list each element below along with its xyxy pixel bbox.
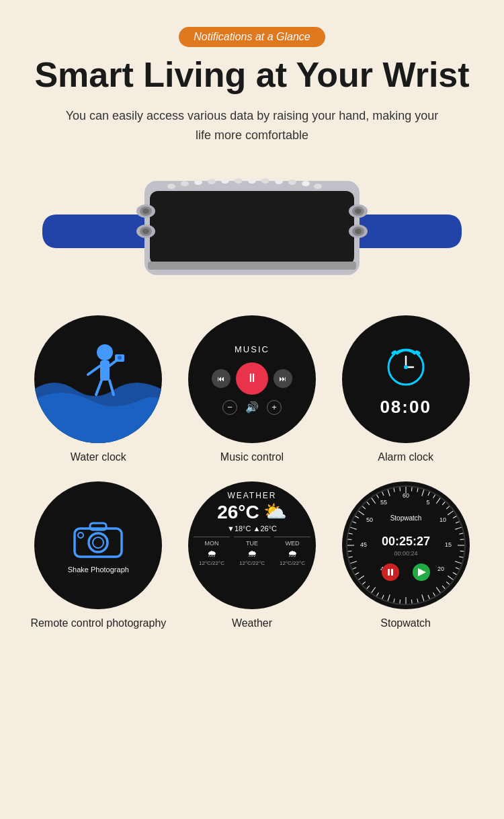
notification-badge: Notifications at a Glance (179, 27, 325, 47)
feature-item-camera: Shake Photograph Remote control photogra… (27, 481, 170, 631)
svg-point-8 (261, 178, 269, 184)
svg-point-9 (275, 179, 283, 184)
svg-rect-13 (150, 191, 354, 265)
mon-icon: 🌧 (207, 548, 216, 559)
subtitle: You can easily access various data by ra… (64, 106, 440, 145)
svg-rect-28 (100, 360, 110, 381)
svg-line-79 (400, 599, 401, 603)
svg-text:15: 15 (445, 541, 452, 548)
svg-point-10 (288, 180, 296, 185)
svg-point-19 (142, 229, 149, 234)
svg-point-44 (93, 537, 103, 548)
vol-minus-icon[interactable]: − (222, 400, 237, 415)
svg-point-1 (167, 184, 175, 189)
music-title-label: MUSIC (235, 344, 269, 354)
main-title: Smart Living at Your Wrist (13, 55, 491, 95)
svg-point-27 (97, 344, 113, 360)
svg-text:Stopwatch: Stopwatch (390, 514, 421, 522)
play-pause-button[interactable]: ⏸ (236, 362, 268, 395)
watch-container (13, 161, 491, 295)
svg-point-5 (221, 178, 229, 184)
feature-item-alarm: 08:00 Alarm clock (334, 315, 477, 465)
alarm-label: Alarm clock (378, 450, 433, 465)
feature-circle-stopwatch: 60 5 10 15 20 40 45 50 55 Stopwatch 00:2… (342, 481, 470, 609)
feature-item-stopwatch: 60 5 10 15 20 40 45 50 55 Stopwatch 00:2… (334, 481, 477, 631)
weather-day-wed: WED 🌧 12°C/22°C (274, 537, 310, 566)
volume-controls: − 🔊 + (222, 400, 282, 415)
svg-text:5: 5 (426, 499, 429, 506)
svg-point-4 (208, 179, 216, 184)
feature-item-music: MUSIC ⏮ ⏸ ⏭ − 🔊 + Music control (181, 315, 324, 465)
tue-icon: 🌧 (247, 548, 257, 559)
features-grid: Water clock MUSIC ⏮ ⏸ ⏭ − 🔊 + (13, 315, 491, 631)
svg-line-107 (400, 487, 401, 491)
svg-point-25 (355, 229, 362, 234)
svg-line-77 (411, 599, 412, 603)
weather-day-tue: TUE 🌧 12°C/22°C (234, 537, 270, 566)
alarm-inner: 08:00 (380, 342, 431, 418)
weather-title: WEATHER (227, 491, 276, 500)
next-button[interactable]: ⏭ (274, 369, 292, 388)
svg-line-94 (347, 539, 351, 540)
header-section: Notifications at a Glance Smart Living a… (13, 27, 491, 145)
music-label: Music control (220, 450, 284, 465)
svg-text:20: 20 (437, 566, 444, 572)
svg-point-3 (194, 180, 202, 185)
svg-line-49 (411, 487, 412, 491)
svg-text:00:00:24: 00:00:24 (394, 550, 417, 557)
svg-line-62 (460, 539, 464, 540)
svg-text:50: 50 (366, 516, 373, 523)
alarm-time: 08:00 (380, 397, 431, 418)
svg-line-29 (88, 366, 100, 375)
svg-text:60: 60 (403, 492, 409, 499)
svg-rect-122 (391, 569, 393, 576)
svg-point-6 (235, 178, 243, 184)
svg-line-64 (460, 551, 464, 551)
alarm-icon (382, 342, 429, 389)
camera-label: Remote control photography (30, 616, 166, 631)
svg-point-32 (118, 356, 122, 360)
svg-point-43 (89, 533, 108, 552)
watch-side-image (37, 161, 467, 295)
svg-text:55: 55 (380, 499, 387, 506)
stopwatch-svg: 60 5 10 15 20 40 45 50 55 Stopwatch 00:2… (342, 481, 470, 609)
feature-item-weather: WEATHER 26°C ⛅ ▼18°C ▲26°C MON 🌧 (181, 481, 324, 631)
svg-point-120 (382, 563, 399, 581)
svg-line-92 (347, 551, 351, 551)
weather-range: ▼18°C ▲26°C (227, 524, 277, 533)
camera-inner: Shake Photograph (68, 516, 129, 574)
svg-point-7 (248, 178, 256, 184)
svg-point-41 (404, 365, 408, 369)
svg-point-12 (314, 184, 322, 189)
camera-icon (71, 516, 125, 560)
svg-text:10: 10 (439, 516, 446, 523)
svg-rect-26 (148, 262, 356, 270)
music-inner: MUSIC ⏮ ⏸ ⏭ − 🔊 + (188, 315, 316, 443)
music-controls: ⏮ ⏸ ⏭ (212, 362, 292, 395)
weather-temp: 26°C (217, 502, 259, 523)
weather-days: MON 🌧 12°C/22°C TUE 🌧 12°C/22°C WED 🌧 (194, 537, 310, 566)
svg-point-46 (78, 533, 83, 538)
svg-line-33 (96, 381, 101, 395)
water-clock-svg (34, 315, 162, 443)
stopwatch-label: Stopwatch (380, 616, 431, 631)
svg-text:45: 45 (360, 541, 367, 548)
svg-rect-45 (90, 523, 106, 530)
svg-point-22 (355, 208, 362, 214)
svg-text:00:25:27: 00:25:27 (382, 535, 430, 548)
weather-day-mon: MON 🌧 12°C/22°C (194, 537, 230, 566)
weather-inner: WEATHER 26°C ⛅ ▼18°C ▲26°C MON 🌧 (188, 481, 316, 609)
weather-label: Weather (232, 616, 272, 631)
feature-circle-alarm: 08:00 (342, 315, 470, 443)
svg-point-2 (181, 181, 189, 186)
svg-point-16 (142, 208, 149, 214)
feature-circle-weather: WEATHER 26°C ⛅ ▼18°C ▲26°C MON 🌧 (188, 481, 316, 609)
vol-plus-icon[interactable]: + (267, 400, 282, 415)
prev-button[interactable]: ⏮ (212, 369, 230, 388)
feature-item-water-clock: Water clock (27, 315, 170, 465)
page-wrapper: Notifications at a Glance Smart Living a… (0, 0, 504, 658)
feature-circle-music: MUSIC ⏮ ⏸ ⏭ − 🔊 + (188, 315, 316, 443)
svg-rect-121 (388, 569, 390, 576)
water-clock-label: Water clock (71, 450, 126, 465)
speaker-icon: 🔊 (245, 401, 259, 414)
